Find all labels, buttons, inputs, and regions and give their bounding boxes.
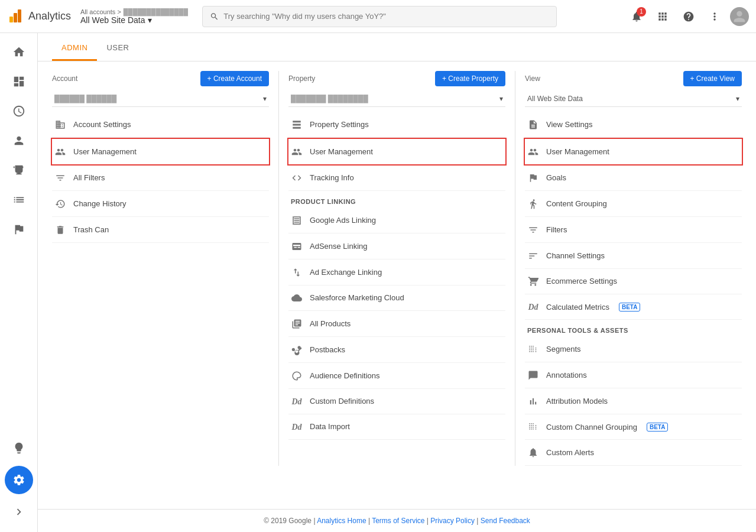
building-icon: [54, 119, 66, 130]
settings-icon: [12, 473, 25, 486]
content-grouping-item[interactable]: Content Grouping: [525, 191, 742, 217]
main-layout: ADMIN USER Account + Create Account ████…: [0, 33, 756, 532]
postbacks-item[interactable]: Postbacks: [288, 337, 505, 363]
app-title: Analytics: [28, 10, 71, 22]
account-settings-item[interactable]: Account Settings: [52, 112, 269, 138]
sidebar-item-trophy[interactable]: [5, 156, 33, 184]
account-name-dropdown[interactable]: All Web Site Data ▾: [80, 15, 188, 25]
view-settings-item[interactable]: View Settings: [525, 112, 742, 138]
segments-item[interactable]: Segments: [525, 336, 742, 362]
svg-rect-1: [14, 13, 17, 22]
sidebar-item-clock[interactable]: [5, 97, 33, 125]
ad-exchange-linking-item[interactable]: Ad Exchange Linking: [288, 259, 505, 286]
cloud-icon: [291, 293, 303, 304]
svg-rect-0: [9, 17, 13, 22]
google-ads-linking-item[interactable]: Google Ads Linking: [288, 207, 505, 233]
clock-icon: [12, 105, 25, 118]
view-filter-icon: [527, 224, 539, 235]
view-filters-label: Filters: [546, 225, 567, 234]
bulb-icon: [12, 442, 25, 455]
top-header: Analytics All accounts > ██████████████ …: [0, 0, 756, 33]
channel-settings-item[interactable]: Channel Settings: [525, 243, 742, 269]
document-icon: [527, 119, 539, 130]
salesforce-label: Salesforce Marketing Cloud: [310, 293, 404, 302]
trash-can-item[interactable]: Trash Can: [52, 217, 269, 243]
all-filters-item[interactable]: All Filters: [52, 166, 269, 192]
view-dropdown[interactable]: All Web Site Data ▾: [525, 91, 742, 107]
audience-definitions-label: Audience Definitions: [310, 371, 380, 380]
tab-admin[interactable]: ADMIN: [52, 36, 97, 61]
custom-alerts-label: Custom Alerts: [546, 448, 594, 457]
sidebar-item-list[interactable]: [5, 186, 33, 214]
tab-user[interactable]: USER: [97, 36, 138, 61]
notification-button[interactable]: 1: [626, 6, 647, 27]
users-icon-account: [54, 146, 66, 157]
more-button[interactable]: [704, 6, 725, 27]
view-column-header: View + Create View: [525, 71, 742, 86]
view-user-management-item[interactable]: User Management: [524, 138, 743, 166]
annotations-item[interactable]: Annotations: [525, 362, 742, 388]
footer-feedback[interactable]: Send Feedback: [481, 517, 530, 525]
sidebar-item-dashboard[interactable]: [5, 67, 33, 96]
create-view-button[interactable]: + Create View: [683, 71, 742, 86]
footer-terms[interactable]: Terms of Service: [372, 517, 424, 525]
attribution-models-label: Attribution Models: [546, 397, 608, 406]
custom-alerts-item[interactable]: Custom Alerts: [525, 440, 742, 466]
users-icon-property: [291, 146, 303, 157]
ecommerce-settings-item[interactable]: Ecommerce Settings: [525, 269, 742, 295]
footer-copyright: © 2019 Google: [264, 517, 312, 525]
product-linking-label: PRODUCT LINKING: [291, 198, 505, 205]
account-column-header: Account + Create Account: [52, 71, 269, 86]
goals-item[interactable]: Goals: [525, 166, 742, 192]
property-column-header: Property + Create Property: [288, 71, 505, 86]
sidebar-item-bulb[interactable]: [5, 434, 33, 462]
account-user-management-item[interactable]: User Management: [51, 138, 270, 166]
more-icon: [709, 11, 721, 22]
footer-analytics-home[interactable]: Analytics Home: [317, 517, 366, 525]
content-area: ADMIN USER Account + Create Account ████…: [38, 33, 756, 532]
change-history-item[interactable]: Change History: [52, 191, 269, 217]
property-dropdown[interactable]: ███████ ████████ ▾: [288, 91, 505, 107]
tracking-info-item[interactable]: Tracking Info: [288, 166, 505, 192]
all-products-item[interactable]: All Products: [288, 311, 505, 337]
sidebar-item-flag[interactable]: [5, 215, 33, 244]
account-dropdown[interactable]: ██████ ██████ ▾: [52, 91, 269, 107]
ads-icon: [291, 215, 303, 226]
search-bar[interactable]: [202, 6, 557, 27]
salesforce-item[interactable]: Salesforce Marketing Cloud: [288, 286, 505, 312]
footer-privacy[interactable]: Privacy Policy: [430, 517, 475, 525]
calculated-metrics-item[interactable]: Dd Calculated Metrics BETA: [525, 294, 742, 320]
property-settings-item[interactable]: Property Settings: [288, 112, 505, 138]
sidebar-item-expand[interactable]: [5, 498, 33, 526]
channel-grouping-icon: [527, 421, 539, 433]
apps-icon: [657, 11, 669, 22]
sidebar-item-home[interactable]: [5, 38, 33, 66]
dd-icon: Dd: [527, 301, 539, 312]
adsense-linking-label: AdSense Linking: [310, 242, 368, 251]
avatar[interactable]: [730, 7, 749, 26]
account-user-management-label: User Management: [73, 147, 137, 156]
property-user-management-item[interactable]: User Management: [287, 138, 507, 166]
create-property-button[interactable]: + Create Property: [435, 71, 505, 86]
create-account-button[interactable]: + Create Account: [200, 71, 269, 86]
account-selector[interactable]: All accounts > ██████████████ All Web Si…: [80, 8, 188, 25]
sidebar-item-settings[interactable]: [5, 466, 33, 494]
footer: © 2019 Google | Analytics Home | Terms o…: [38, 509, 756, 532]
adsense-linking-item[interactable]: AdSense Linking: [288, 233, 505, 259]
account-breadcrumb: All accounts > ██████████████: [80, 8, 188, 15]
apps-button[interactable]: [652, 6, 673, 27]
search-input[interactable]: [223, 12, 549, 21]
attribution-models-item[interactable]: Attribution Models: [525, 388, 742, 414]
admin-content: Account + Create Account ██████ ██████ ▾…: [38, 61, 756, 509]
header-icons: 1: [626, 6, 749, 27]
view-filters-item[interactable]: Filters: [525, 217, 742, 243]
custom-channel-grouping-item[interactable]: Custom Channel Grouping BETA: [525, 414, 742, 440]
custom-channel-grouping-label: Custom Channel Grouping: [546, 423, 637, 432]
sidebar-item-person[interactable]: [5, 126, 33, 155]
annotations-label: Annotations: [546, 371, 587, 379]
goals-label: Goals: [546, 173, 566, 182]
data-import-item[interactable]: Dd Data Import: [288, 414, 505, 440]
audience-definitions-item[interactable]: Audience Definitions: [288, 363, 505, 389]
custom-definitions-item[interactable]: Dd Custom Definitions: [288, 389, 505, 414]
help-button[interactable]: [678, 6, 699, 27]
